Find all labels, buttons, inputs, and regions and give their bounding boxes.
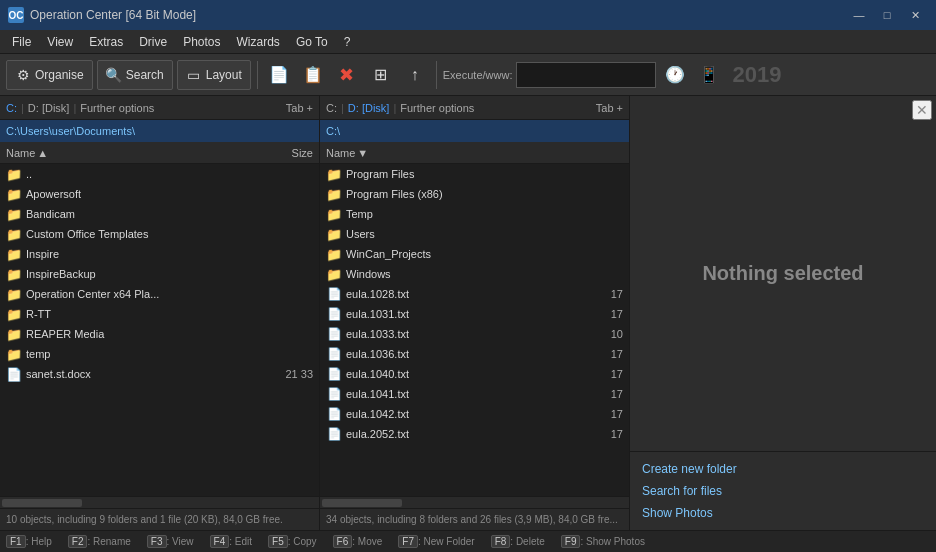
- list-item[interactable]: 📄eula.1042.txt17: [320, 404, 629, 424]
- list-item[interactable]: 📄eula.1028.txt17: [320, 284, 629, 304]
- file-name: Operation Center x64 Pla...: [26, 288, 263, 300]
- status-key-f9: F9: Show Photos: [561, 536, 645, 547]
- main-content: C: | D: [Disk] | Further options Tab + C…: [0, 96, 936, 530]
- file-name: REAPER Media: [26, 328, 263, 340]
- file-name: Bandicam: [26, 208, 263, 220]
- list-item[interactable]: 📁Windows: [320, 264, 629, 284]
- right-panel-header: Name ▼: [320, 142, 629, 164]
- menu-drive[interactable]: Drive: [131, 32, 175, 52]
- menu-goto[interactable]: Go To: [288, 32, 336, 52]
- left-panel-path[interactable]: C:\Users\user\Documents\: [0, 120, 319, 142]
- right-tab-c[interactable]: C:: [326, 102, 337, 114]
- nothing-selected-text: Nothing selected: [702, 262, 863, 285]
- right-hscroll[interactable]: [320, 496, 629, 508]
- list-item[interactable]: 📁Operation Center x64 Pla...: [0, 284, 319, 304]
- folder-icon: 📁: [6, 346, 22, 362]
- menu-wizards[interactable]: Wizards: [229, 32, 288, 52]
- list-item[interactable]: 📄eula.1041.txt17: [320, 384, 629, 404]
- delete-button[interactable]: ✖: [332, 60, 362, 90]
- file-size: 10: [573, 328, 623, 340]
- right-panel-tabs: C: | D: [Disk] | Further options Tab +: [320, 96, 629, 120]
- list-item[interactable]: 📁..: [0, 164, 319, 184]
- title-bar-left: OC Operation Center [64 Bit Mode]: [8, 7, 196, 23]
- list-item[interactable]: 📁Program Files (x86): [320, 184, 629, 204]
- status-key-f4: F4: Edit: [210, 536, 252, 547]
- close-button[interactable]: ✕: [902, 5, 928, 25]
- list-item[interactable]: 📁Program Files: [320, 164, 629, 184]
- list-item[interactable]: 📁Users: [320, 224, 629, 244]
- paste-button[interactable]: 📋: [298, 60, 328, 90]
- left-tab-d[interactable]: D: [Disk]: [28, 102, 70, 114]
- create-folder-action[interactable]: Create new folder: [642, 460, 924, 478]
- status-key-f7: F7: New Folder: [398, 536, 474, 547]
- left-file-list[interactable]: 📁..📁Apowersoft📁Bandicam📁Custom Office Te…: [0, 164, 319, 496]
- txt-icon: 📄: [326, 426, 342, 442]
- left-tab-plus[interactable]: Tab +: [286, 102, 313, 114]
- list-item[interactable]: 📁Apowersoft: [0, 184, 319, 204]
- list-item[interactable]: 📁Custom Office Templates: [0, 224, 319, 244]
- list-item[interactable]: 📁WinCan_Projects: [320, 244, 629, 264]
- right-tab-options[interactable]: Further options: [400, 102, 474, 114]
- left-tab-options[interactable]: Further options: [80, 102, 154, 114]
- file-name: Windows: [346, 268, 573, 280]
- list-item[interactable]: 📁Bandicam: [0, 204, 319, 224]
- maximize-button[interactable]: □: [874, 5, 900, 25]
- list-item[interactable]: 📁Temp: [320, 204, 629, 224]
- file-size: 17: [573, 428, 623, 440]
- tree-button[interactable]: ⊞: [366, 60, 396, 90]
- status-key-f8: F8: Delete: [491, 536, 545, 547]
- folder-icon: 📁: [6, 186, 22, 202]
- list-item[interactable]: 📄eula.2052.txt17: [320, 424, 629, 444]
- file-name: eula.1033.txt: [346, 328, 573, 340]
- file-name: WinCan_Projects: [346, 248, 573, 260]
- list-item[interactable]: 📁temp: [0, 344, 319, 364]
- list-item[interactable]: 📄eula.1036.txt17: [320, 344, 629, 364]
- layout-button[interactable]: ▭ Layout: [177, 60, 251, 90]
- file-name: Custom Office Templates: [26, 228, 263, 240]
- execute-input[interactable]: [516, 62, 656, 88]
- search-files-action[interactable]: Search for files: [642, 482, 924, 500]
- list-item[interactable]: 📁R-TT: [0, 304, 319, 324]
- show-photos-action[interactable]: Show Photos: [642, 504, 924, 522]
- list-item[interactable]: 📄eula.1033.txt10: [320, 324, 629, 344]
- search-icon: 🔍: [106, 67, 122, 83]
- info-close-button[interactable]: ✕: [912, 100, 932, 120]
- left-hscroll[interactable]: [0, 496, 319, 508]
- list-item[interactable]: 📁Inspire: [0, 244, 319, 264]
- search-button[interactable]: 🔍 Search: [97, 60, 173, 90]
- left-col-name: Name ▲: [6, 147, 263, 159]
- window-title: Operation Center [64 Bit Mode]: [30, 8, 196, 22]
- app-icon: OC: [8, 7, 24, 23]
- right-file-list[interactable]: 📁Program Files📁Program Files (x86)📁Temp📁…: [320, 164, 629, 496]
- menu-bar: File View Extras Drive Photos Wizards Go…: [0, 30, 936, 54]
- list-item[interactable]: 📁REAPER Media: [0, 324, 319, 344]
- phone-button[interactable]: 📱: [694, 60, 724, 90]
- menu-file[interactable]: File: [4, 32, 39, 52]
- list-item[interactable]: 📁InspireBackup: [0, 264, 319, 284]
- separator-1: [257, 61, 258, 89]
- menu-help[interactable]: ?: [336, 32, 359, 52]
- menu-extras[interactable]: Extras: [81, 32, 131, 52]
- right-tab-d[interactable]: D: [Disk]: [348, 102, 390, 114]
- status-key-f3: F3: View: [147, 536, 194, 547]
- txt-icon: 📄: [326, 286, 342, 302]
- right-panel: C: | D: [Disk] | Further options Tab + C…: [320, 96, 630, 530]
- copy-file-button[interactable]: 📄: [264, 60, 294, 90]
- minimize-button[interactable]: —: [846, 5, 872, 25]
- right-tab-plus[interactable]: Tab +: [596, 102, 623, 114]
- list-item[interactable]: 📄eula.1040.txt17: [320, 364, 629, 384]
- file-size: 17: [573, 308, 623, 320]
- right-panel-path[interactable]: C:\: [320, 120, 629, 142]
- menu-photos[interactable]: Photos: [175, 32, 228, 52]
- list-item[interactable]: 📄eula.1031.txt17: [320, 304, 629, 324]
- folder-icon: 📁: [6, 306, 22, 322]
- right-hscroll-thumb: [322, 499, 402, 507]
- list-item[interactable]: 📄sanet.st.docx21 33: [0, 364, 319, 384]
- left-panel-status: 10 objects, including 9 folders and 1 fi…: [0, 508, 319, 530]
- up-button[interactable]: ↑: [400, 60, 430, 90]
- file-size: 17: [573, 388, 623, 400]
- left-tab-c[interactable]: C:: [6, 102, 17, 114]
- organise-button[interactable]: ⚙ Organise: [6, 60, 93, 90]
- menu-view[interactable]: View: [39, 32, 81, 52]
- history-button[interactable]: 🕐: [660, 60, 690, 90]
